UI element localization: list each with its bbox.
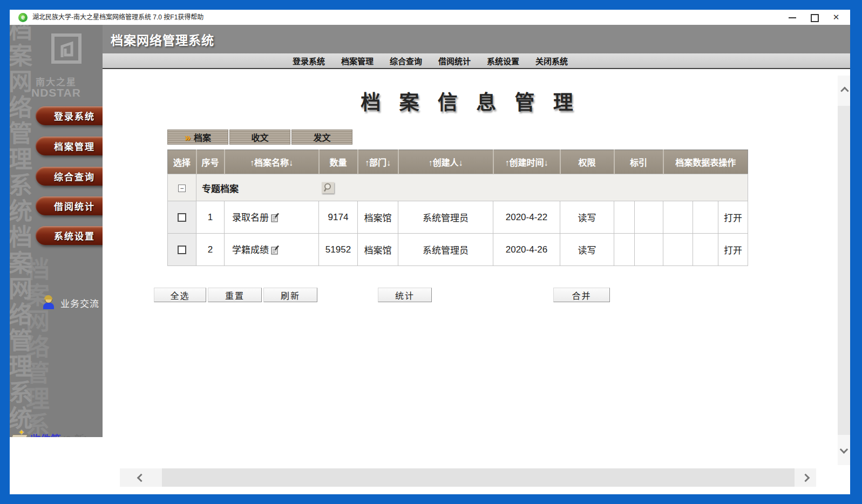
collapse-icon[interactable]: − bbox=[178, 185, 186, 192]
app-title: 档案网络管理系统 bbox=[111, 30, 214, 49]
inbox-icon: ✦ bbox=[11, 430, 30, 437]
row-index: 1 bbox=[196, 201, 225, 234]
ndstar-logo-icon bbox=[51, 33, 82, 65]
sidebar-item-business-exchange[interactable]: 业务交流 bbox=[43, 295, 99, 311]
scroll-down-icon[interactable] bbox=[838, 435, 850, 465]
col-created[interactable]: ↑创建时间↓ bbox=[493, 150, 560, 174]
logo-text-en: NDSTAR bbox=[24, 86, 89, 99]
table-header-row: 选择 序号 ↑档案名称↓ 数量 ↑部门↓ ↑创建人↓ ↑创建时间↓ 权限 标引 … bbox=[168, 150, 748, 174]
menu-item-archive[interactable]: 档案管理 bbox=[341, 55, 374, 66]
tab-bar: » 档案 收文 发文 bbox=[167, 130, 352, 145]
desktop-background: { "window": { "title": "湖北民族大学-南大之星档案网络管… bbox=[0, 0, 862, 504]
scroll-right-icon[interactable] bbox=[795, 468, 816, 487]
menu-item-query[interactable]: 综合查询 bbox=[390, 55, 422, 66]
search-icon[interactable] bbox=[322, 182, 334, 193]
group-label: 专题档案 bbox=[202, 181, 239, 194]
header-bar: 档案网络管理系统 bbox=[103, 25, 850, 53]
scroll-left-icon[interactable] bbox=[120, 468, 162, 487]
tab-archive[interactable]: » 档案 bbox=[167, 130, 228, 145]
sidebar-item-login[interactable]: 登录系统 bbox=[36, 106, 113, 125]
menu-bar: 登录系统 档案管理 综合查询 借阅统计 系统设置 关闭系统 bbox=[103, 53, 850, 69]
person-icon bbox=[43, 296, 54, 310]
vertical-scrollbar[interactable] bbox=[838, 76, 850, 465]
archive-dept: 档案馆 bbox=[358, 234, 398, 266]
sidebar-item-inbox[interactable]: ✦ 收件箱 (0 新) bbox=[11, 428, 88, 437]
archive-perm: 读写 bbox=[560, 201, 614, 234]
tab-sent-docs[interactable]: 发文 bbox=[291, 130, 352, 145]
archive-creator: 系统管理员 bbox=[398, 201, 493, 234]
archive-created: 2020-4-22 bbox=[493, 201, 560, 234]
title-bar: e 湖北民族大学-南大之星档案网络管理系统 7.0 按F1获得帮助 ✕ bbox=[10, 10, 850, 25]
open-link[interactable]: 打开 bbox=[718, 234, 748, 266]
app-window: e 湖北民族大学-南大之星档案网络管理系统 7.0 按F1获得帮助 ✕ 档案网络… bbox=[10, 10, 850, 494]
scroll-up-icon[interactable] bbox=[838, 76, 850, 106]
row-checkbox[interactable] bbox=[178, 213, 186, 222]
menu-item-stats[interactable]: 借阅统计 bbox=[438, 55, 471, 66]
edit-note-icon[interactable] bbox=[271, 213, 279, 225]
window-title: 湖北民族大学-南大之星档案网络管理系统 7.0 按F1获得帮助 bbox=[32, 10, 203, 25]
menu-item-settings[interactable]: 系统设置 bbox=[487, 55, 519, 66]
sidebar-item-archive[interactable]: 档案管理 bbox=[36, 137, 113, 155]
tab-received-docs[interactable]: 收文 bbox=[229, 130, 290, 145]
minimize-icon[interactable] bbox=[789, 13, 796, 21]
group-row: − 专题档案 bbox=[168, 174, 748, 201]
archive-creator: 系统管理员 bbox=[398, 234, 493, 266]
horizontal-scrollbar[interactable] bbox=[120, 468, 816, 487]
archive-count: 51952 bbox=[319, 234, 358, 266]
sidebar-item-stats[interactable]: 借阅统计 bbox=[36, 196, 113, 215]
active-tab-arrow-icon: » bbox=[185, 132, 191, 142]
archive-table: 选择 序号 ↑档案名称↓ 数量 ↑部门↓ ↑创建人↓ ↑创建时间↓ 权限 标引 … bbox=[167, 149, 748, 266]
close-icon[interactable]: ✕ bbox=[832, 13, 840, 21]
col-select: 选择 bbox=[168, 150, 196, 174]
col-dept[interactable]: ↑部门↓ bbox=[358, 150, 398, 174]
row-checkbox[interactable] bbox=[178, 246, 186, 254]
menu-item-login[interactable]: 登录系统 bbox=[293, 55, 325, 66]
page-title: 档 案 信 息 管 理 bbox=[103, 86, 838, 115]
table-row: 1 录取名册 9174 档案馆 系统管理员 2020-4-22 读写 打开 bbox=[168, 201, 748, 234]
archive-name[interactable]: 学籍成绩 bbox=[232, 245, 269, 255]
refresh-button[interactable]: 刷新 bbox=[263, 288, 317, 302]
col-tag: 标引 bbox=[614, 150, 663, 174]
col-perm: 权限 bbox=[560, 150, 614, 174]
main-content: 档 案 信 息 管 理 » 档案 收文 发文 选择 序号 ↑档案名称↓ bbox=[103, 69, 838, 468]
open-link[interactable]: 打开 bbox=[718, 201, 748, 234]
sidebar-item-settings[interactable]: 系统设置 bbox=[36, 226, 113, 245]
archive-name[interactable]: 录取名册 bbox=[232, 213, 269, 223]
edit-note-icon[interactable] bbox=[271, 246, 279, 257]
sidebar-watermark: 档案网络管理系统 bbox=[18, 257, 53, 437]
menu-item-exit[interactable]: 关闭系统 bbox=[535, 55, 568, 66]
col-creator[interactable]: ↑创建人↓ bbox=[398, 150, 493, 174]
col-action: 档案数据表操作 bbox=[663, 150, 748, 174]
select-all-button[interactable]: 全选 bbox=[154, 288, 206, 302]
archive-perm: 读写 bbox=[560, 234, 614, 266]
stats-button[interactable]: 统计 bbox=[378, 288, 432, 302]
archive-created: 2020-4-26 bbox=[493, 234, 560, 266]
archive-count: 9174 bbox=[319, 201, 358, 234]
archive-dept: 档案馆 bbox=[358, 201, 398, 234]
table-row: 2 学籍成绩 51952 档案馆 系统管理员 2020-4-26 读写 打开 bbox=[168, 234, 748, 266]
sparkle-icon: ✦ bbox=[18, 428, 25, 437]
col-count: 数量 bbox=[319, 150, 358, 174]
col-index: 序号 bbox=[196, 150, 225, 174]
reset-button[interactable]: 重置 bbox=[208, 288, 262, 302]
maximize-icon[interactable] bbox=[810, 13, 818, 21]
col-name[interactable]: ↑档案名称↓ bbox=[225, 150, 319, 174]
row-index: 2 bbox=[196, 234, 225, 266]
sidebar-item-query[interactable]: 综合查询 bbox=[36, 167, 113, 186]
merge-button[interactable]: 合并 bbox=[553, 288, 610, 302]
browser-icon: e bbox=[18, 13, 28, 22]
